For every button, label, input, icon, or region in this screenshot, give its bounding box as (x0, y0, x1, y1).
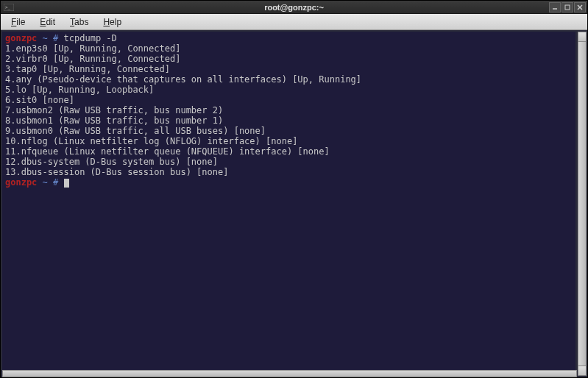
output-line: 3.tap0 [Up, Running, Connected] (5, 64, 573, 74)
app-icon: >_ (4, 3, 14, 12)
window-controls (548, 2, 586, 13)
menu-tabs[interactable]: Tabs (63, 15, 96, 29)
svg-text:>_: >_ (5, 4, 11, 10)
output-line: 8.usbmon1 (Raw USB traffic, bus number 1… (5, 115, 573, 126)
terminal-line: gonzpc ~ # tcpdump -D (5, 33, 573, 43)
terminal-container: gonzpc ~ # tcpdump -D1.enp3s0 [Up, Runni… (1, 30, 587, 377)
output-line: 12.dbus-system (D-Bus system bus) [none] (5, 157, 573, 167)
output-line: 11.nfqueue (Linux netfilter queue (NFQUE… (5, 146, 573, 157)
command-text: tcpdump -D (64, 33, 117, 43)
terminal[interactable]: gonzpc ~ # tcpdump -D1.enp3s0 [Up, Runni… (2, 32, 575, 374)
horizontal-scrollbar[interactable] (2, 370, 577, 377)
minimize-button[interactable] (549, 2, 561, 13)
titlebar[interactable]: >_ root@gonzpc:~ (1, 1, 587, 14)
menu-help[interactable]: Help (96, 15, 129, 29)
prompt-symbol: # (53, 177, 58, 188)
close-button[interactable] (574, 2, 586, 13)
cursor (64, 179, 69, 188)
output-line: 4.any (Pseudo-device that captures on al… (5, 74, 573, 85)
window-title: root@gonzpc:~ (264, 3, 324, 12)
vertical-scrollbar[interactable] (578, 32, 587, 376)
output-line: 1.enp3s0 [Up, Running, Connected] (5, 43, 573, 54)
svg-rect-3 (565, 5, 570, 10)
output-line: 7.usbmon2 (Raw USB traffic, bus number 2… (5, 105, 573, 115)
terminal-line: gonzpc ~ # (5, 177, 573, 188)
prompt-path: ~ (43, 33, 48, 43)
output-line: 13.dbus-session (D-Bus session bus) [non… (5, 167, 573, 177)
menu-file[interactable]: File (4, 15, 32, 29)
prompt-path: ~ (43, 177, 48, 188)
menu-edit[interactable]: Edit (32, 15, 63, 29)
menubar: File Edit Tabs Help (1, 14, 587, 30)
output-line: 6.sit0 [none] (5, 95, 573, 105)
prompt-symbol: # (53, 33, 58, 43)
output-line: 2.virbr0 [Up, Running, Connected] (5, 54, 573, 64)
maximize-button[interactable] (562, 2, 573, 13)
output-line: 9.usbmon0 (Raw USB traffic, all USB buse… (5, 126, 573, 136)
terminal-window: >_ root@gonzpc:~ File Edit Tabs Help gon… (0, 0, 588, 378)
prompt-host: gonzpc (5, 33, 37, 43)
output-line: 10.nflog (Linux netfilter log (NFLOG) in… (5, 136, 573, 146)
prompt-host: gonzpc (5, 177, 37, 188)
output-line: 5.lo [Up, Running, Loopback] (5, 85, 573, 95)
